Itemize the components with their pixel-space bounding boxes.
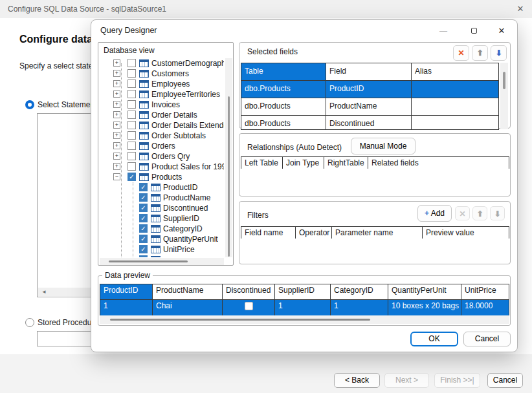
select-statement-radio[interactable] [25, 100, 34, 109]
tree-item-unitprice[interactable]: ✓UnitPrice [100, 244, 224, 255]
expand-icon[interactable]: + [113, 90, 120, 98]
tree-checkbox[interactable] [127, 142, 136, 150]
tree-item-productid[interactable]: ✓ProductID [100, 182, 224, 193]
tree-item-orders[interactable]: +Orders [100, 141, 224, 151]
minimize-icon[interactable]: — [435, 23, 452, 39]
tree-item-order-details[interactable]: +Order Details [100, 110, 224, 120]
scroll-left-icon[interactable]: ◄ [41, 288, 47, 296]
tree-checkbox[interactable] [127, 90, 136, 98]
data-preview-row[interactable]: 1Chai1110 boxes x 20 bags18.0000 [100, 300, 509, 315]
data-preview-scroll-thumb[interactable] [110, 319, 370, 321]
selected-fields-scroll-thumb[interactable] [503, 72, 505, 89]
delete-field-button[interactable]: ✕ [453, 45, 469, 61]
table-row[interactable]: dbo.ProductsDiscontinued [241, 116, 498, 130]
wizard-cancel-button[interactable]: Cancel [487, 373, 523, 388]
data-preview-scrollbar[interactable] [100, 315, 509, 324]
move-filter-down-button[interactable]: ⬇ [490, 206, 505, 220]
next-button[interactable]: Next > [384, 373, 429, 388]
move-field-down-button[interactable]: ⬇ [491, 45, 507, 61]
tree-checkbox[interactable] [127, 80, 136, 88]
column-header-quantityperunit[interactable]: QuantityPerUnit [388, 284, 461, 299]
tree-checkbox[interactable]: ✓ [139, 214, 148, 222]
finish-button[interactable]: Finish >>| [434, 373, 480, 388]
tree-hscroll-thumb[interactable] [109, 260, 188, 262]
tree-checkbox[interactable] [127, 100, 136, 109]
tree-horizontal-scrollbar[interactable] [100, 258, 224, 265]
back-button[interactable]: < Back [334, 373, 380, 388]
tree-item-categoryid[interactable]: ✓CategoryID [100, 224, 224, 234]
move-filter-up-button[interactable]: ⬆ [472, 206, 487, 220]
ok-button[interactable]: OK [410, 332, 458, 346]
expand-icon[interactable]: + [113, 101, 120, 108]
tree-item-invoices[interactable]: +Invoices [100, 100, 224, 110]
tree-item-quantityperunit[interactable]: ✓QuantityPerUnit [100, 234, 224, 244]
column-header-parameter-name[interactable]: Parameter name [332, 227, 423, 239]
selected-fields-scrollbar[interactable] [500, 63, 508, 129]
expand-icon[interactable]: + [113, 59, 120, 67]
tree-checkbox[interactable] [127, 152, 136, 160]
column-header-productname[interactable]: ProductName [153, 284, 223, 299]
column-header-categoryid[interactable]: CategoryID [331, 284, 388, 299]
stored-procedure-field[interactable] [37, 331, 96, 346]
expand-icon[interactable]: + [113, 70, 120, 77]
tree-checkbox[interactable] [127, 131, 136, 140]
tree-checkbox[interactable] [127, 111, 136, 119]
tree-item-customerdemograph[interactable]: +CustomerDemograph [100, 58, 224, 69]
table-row[interactable]: dbo.ProductsProductName [241, 98, 498, 116]
column-header-productid[interactable]: ProductID [100, 284, 153, 299]
column-header-discontinued[interactable]: Discontinued [223, 284, 275, 299]
expand-icon[interactable]: + [113, 142, 120, 149]
expand-icon[interactable]: + [113, 163, 120, 170]
tree-item-discontinued[interactable]: ✓Discontinued [100, 203, 224, 213]
tree-item-productname[interactable]: ✓ProductName [100, 193, 224, 203]
dialog-cancel-button[interactable]: Cancel [463, 332, 511, 346]
tree-item-order-details-extende[interactable]: +Order Details Extende [100, 120, 224, 131]
column-header-table[interactable]: Table [241, 63, 326, 80]
tree-checkbox[interactable]: ✓ [139, 183, 148, 191]
column-header-left-table[interactable]: Left Table [241, 157, 283, 169]
window-close-icon[interactable]: ✕ [510, 0, 531, 18]
table-row[interactable]: dbo.ProductsProductID [241, 81, 498, 98]
expand-icon[interactable]: + [113, 132, 120, 139]
stored-procedure-radio[interactable] [25, 318, 34, 327]
collapse-icon[interactable]: − [113, 173, 120, 180]
discontinued-checkbox[interactable] [245, 302, 253, 310]
expand-icon[interactable]: + [113, 80, 120, 87]
column-header-alias[interactable]: Alias [412, 63, 498, 80]
tree-checkbox[interactable]: ✓ [139, 204, 148, 212]
tree-checkbox[interactable] [127, 69, 136, 78]
column-header-operator[interactable]: Operator [296, 227, 332, 239]
tree-item-products[interactable]: −✓Products [100, 172, 224, 182]
tree-checkbox[interactable] [127, 162, 136, 171]
tree-checkbox[interactable]: ✓ [139, 193, 148, 202]
tree-item-partial[interactable]: ✓ [100, 255, 224, 257]
column-header-supplierid[interactable]: SupplierID [275, 284, 331, 299]
tree-checkbox[interactable]: ✓ [139, 235, 148, 243]
column-header-unitprice[interactable]: UnitPrice [461, 284, 509, 299]
tree-item-supplierid[interactable]: ✓SupplierID [100, 213, 224, 224]
expand-icon[interactable]: + [113, 122, 120, 129]
move-field-up-button[interactable]: ⬆ [472, 45, 488, 61]
tree-item-order-subtotals[interactable]: +Order Subtotals [100, 131, 224, 141]
tree-item-customers[interactable]: +Customers [100, 69, 224, 79]
tree-item-orders-qry[interactable]: +Orders Qry [100, 151, 224, 162]
tree-checkbox[interactable]: ✓ [139, 255, 148, 257]
column-header-field[interactable]: Field [326, 63, 412, 80]
manual-mode-button[interactable]: Manual Mode [351, 138, 416, 154]
delete-filter-button[interactable]: ✕ [455, 206, 470, 220]
column-header-righttable[interactable]: RightTable [324, 157, 368, 169]
column-header-field-name[interactable]: Field name [241, 227, 296, 239]
tree-checkbox[interactable]: ✓ [127, 173, 136, 181]
column-header-join-type[interactable]: Join Type [283, 157, 324, 169]
tree-checkbox[interactable] [127, 121, 136, 129]
expand-icon[interactable]: + [113, 111, 120, 118]
tree-vertical-scrollbar[interactable] [225, 58, 232, 257]
textarea-hscrollbar[interactable]: ◄ [38, 288, 95, 296]
add-filter-button[interactable]: + Add [417, 205, 452, 222]
dialog-close-icon[interactable]: ✕ [493, 23, 510, 39]
column-header-related-fields[interactable]: Related fields [368, 157, 509, 169]
column-header-preview-value[interactable]: Preview value [423, 227, 509, 239]
tree-item-employeeterritories[interactable]: +EmployeeTerritories [100, 89, 224, 100]
select-statement-textarea[interactable]: ◄ [37, 113, 96, 297]
tree-checkbox[interactable] [127, 59, 136, 67]
